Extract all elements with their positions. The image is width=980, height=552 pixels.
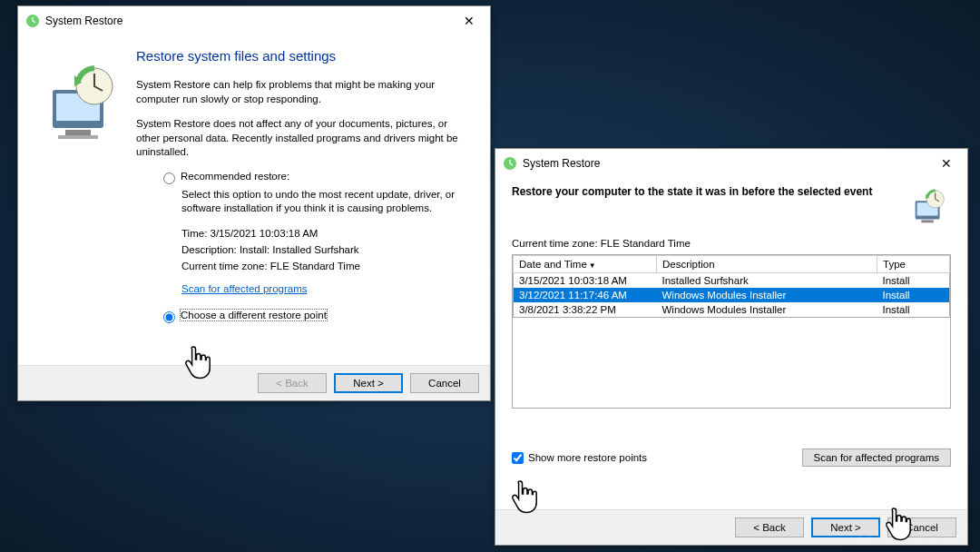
restore-options: Recommended restore: Select this option … [163,171,472,324]
titlebar: System Restore ✕ [18,6,490,34]
table-row[interactable]: 3/12/2021 11:17:46 AM Windows Modules In… [514,288,950,302]
back-button[interactable]: < Back [735,518,804,537]
col-date-header[interactable]: Date and Time▼ [514,256,657,273]
show-more-restore-points-checkbox[interactable] [512,452,524,464]
restore-points-table[interactable]: Date and Time▼ Description Type 3/15/202… [513,255,950,318]
page-heading: Restore your computer to the state it wa… [512,185,898,198]
time-label: Time: 3/15/2021 10:03:18 AM [181,225,472,242]
recommended-info: Time: 3/15/2021 10:03:18 AM Description:… [181,225,472,298]
recommended-restore-label: Recommended restore: [181,171,289,182]
titlebar: System Restore ✕ [495,149,967,176]
lower-row: Show more restore points Scan for affect… [512,448,951,467]
cancel-button[interactable]: Cancel [410,373,479,393]
main-column: Restore system files and settings System… [136,48,472,365]
side-illustration-small [907,185,951,231]
header-row: Restore your computer to the state it wa… [512,185,951,231]
scan-affected-programs-button[interactable]: Scan for affected programs [802,448,952,467]
sort-desc-icon: ▼ [589,261,596,270]
window-title: System Restore [523,157,933,170]
close-button[interactable]: ✕ [456,12,483,30]
wizard-footer: < Back Next > Cancel [18,365,490,400]
restore-points-table-wrap: Date and Time▼ Description Type 3/15/202… [512,254,951,409]
choose-different-restore-option[interactable]: Choose a different restore point [163,310,472,323]
page-heading: Restore system files and settings [136,48,472,64]
choose-different-restore-radio[interactable] [163,311,175,323]
intro-para-2: System Restore does not affect any of yo… [136,117,472,160]
window-title: System Restore [45,15,456,27]
tz-label: Current time zone: FLE Standard Time [181,258,472,274]
content-area: Restore system files and settings System… [18,34,490,365]
table-row[interactable]: 3/15/2021 10:03:18 AM Installed Surfshar… [514,273,950,289]
timezone-label: Current time zone: FLE Standard Time [512,238,951,249]
system-restore-wizard-window-step2: System Restore ✕ Restore your computer t… [495,148,968,546]
choose-different-restore-label: Choose a different restore point [181,310,327,320]
col-desc-header[interactable]: Description [657,256,877,273]
desc-label: Description: Install: Installed Surfshar… [181,242,472,258]
content-area: Restore your computer to the state it wa… [495,176,967,509]
scan-affected-programs-link[interactable]: Scan for affected programs [181,281,308,297]
svg-rect-3 [65,130,91,135]
system-restore-icon [25,14,40,28]
system-restore-wizard-window-step1: System Restore ✕ Restore system files an… [17,5,491,401]
recommended-restore-radio[interactable] [163,172,175,184]
side-illustration [36,48,136,365]
col-type-header[interactable]: Type [877,256,950,273]
show-more-restore-points-label[interactable]: Show more restore points [512,452,647,464]
intro-para-1: System Restore can help fix problems tha… [136,78,472,106]
svg-rect-4 [58,135,98,139]
recommended-restore-desc: Select this option to undo the most rece… [181,188,472,216]
svg-rect-10 [921,220,933,222]
back-button: < Back [258,373,327,393]
recommended-restore-option[interactable]: Recommended restore: [163,171,472,184]
system-restore-icon [503,156,517,171]
next-button[interactable]: Next > [334,373,403,393]
watermark: UGETFIX [856,518,971,547]
table-row[interactable]: 3/8/2021 3:38:22 PM Windows Modules Inst… [514,302,950,318]
close-button[interactable]: ✕ [933,154,960,172]
